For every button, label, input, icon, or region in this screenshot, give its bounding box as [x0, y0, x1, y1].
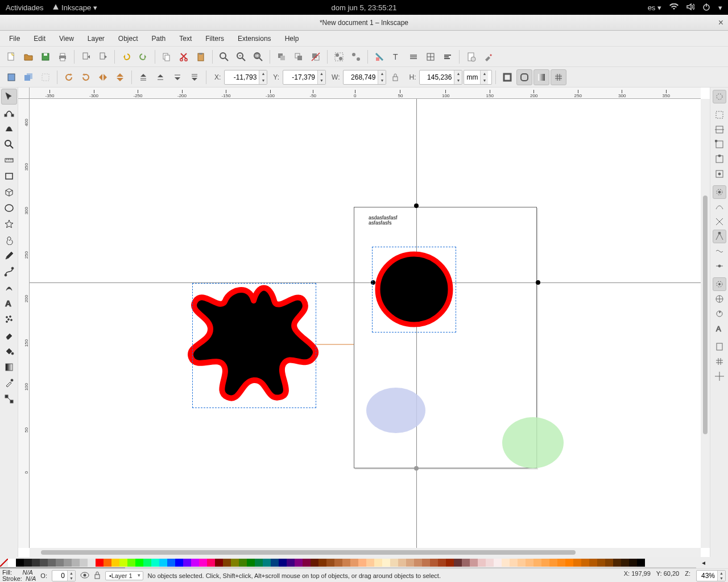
- undo-button[interactable]: [118, 49, 134, 65]
- swatch[interactable]: [183, 559, 191, 567]
- affect-stroke-button[interactable]: [499, 69, 515, 85]
- menu-file[interactable]: File: [3, 32, 26, 45]
- snap-center-button[interactable]: [713, 292, 726, 306]
- color-palette[interactable]: [0, 557, 696, 568]
- tweak-tool[interactable]: [1, 120, 17, 136]
- import-button[interactable]: [78, 49, 94, 65]
- w-input[interactable]: ▲▼: [343, 70, 386, 85]
- swatch[interactable]: [191, 559, 199, 567]
- swatch[interactable]: [414, 559, 422, 567]
- align-dialog-button[interactable]: [423, 49, 439, 65]
- snap-smooth-button[interactable]: [713, 244, 726, 258]
- deselect-button[interactable]: [38, 69, 53, 85]
- swatch[interactable]: [573, 559, 581, 567]
- flip-h-button[interactable]: [95, 69, 111, 85]
- lower-bottom-button[interactable]: [187, 69, 202, 85]
- group-button[interactable]: [331, 49, 347, 65]
- x-input[interactable]: ▲▼: [224, 70, 267, 85]
- swatch[interactable]: [159, 559, 167, 567]
- ruler-horizontal[interactable]: -350-300-250-200-150-100-500501001502002…: [30, 88, 701, 99]
- spray-tool[interactable]: [1, 311, 17, 327]
- swatch[interactable]: [637, 559, 645, 567]
- swatch[interactable]: [334, 559, 342, 567]
- swatch[interactable]: [494, 559, 502, 567]
- copy-button[interactable]: [159, 49, 175, 65]
- swatch[interactable]: [382, 559, 390, 567]
- swatch[interactable]: [303, 559, 311, 567]
- swatch[interactable]: [72, 559, 80, 567]
- lang-indicator[interactable]: es ▾: [648, 3, 661, 12]
- swatch[interactable]: [143, 559, 151, 567]
- swatch[interactable]: [318, 559, 326, 567]
- unlink-clone-button[interactable]: [308, 49, 324, 65]
- swatch[interactable]: [271, 559, 279, 567]
- zoom-selection-button[interactable]: [216, 49, 232, 65]
- menu-extensions[interactable]: Extensions: [232, 32, 277, 45]
- swatch[interactable]: [311, 559, 318, 567]
- swatch[interactable]: [621, 559, 629, 567]
- bezier-tool[interactable]: [1, 264, 17, 280]
- print-button[interactable]: [55, 49, 71, 65]
- save-button[interactable]: [38, 49, 53, 65]
- layer-visible-icon[interactable]: [80, 572, 89, 580]
- swatch[interactable]: [127, 559, 135, 567]
- menu-object[interactable]: Object: [113, 32, 144, 45]
- swatch[interactable]: [151, 559, 159, 567]
- connector-tool[interactable]: [1, 391, 17, 407]
- menu-layer[interactable]: Layer: [82, 32, 110, 45]
- swatch[interactable]: [533, 559, 541, 567]
- menu-help[interactable]: Help: [279, 32, 305, 45]
- dropper-tool[interactable]: [1, 375, 17, 391]
- swatch[interactable]: [48, 559, 56, 567]
- no-color-swatch[interactable]: [0, 559, 8, 567]
- swatch[interactable]: [565, 559, 573, 567]
- snap-others-button[interactable]: [713, 277, 726, 291]
- menu-text[interactable]: Text: [173, 32, 197, 45]
- snap-bbox-center-button[interactable]: [713, 167, 726, 181]
- layers-dialog-button[interactable]: [440, 49, 456, 65]
- affect-gradient-button[interactable]: [533, 69, 549, 85]
- swatch[interactable]: [462, 559, 470, 567]
- export-button[interactable]: [95, 49, 111, 65]
- menu-edit[interactable]: Edit: [28, 32, 51, 45]
- ruler-vertical[interactable]: 450400350300250200150100500: [18, 99, 30, 548]
- swatch[interactable]: [207, 559, 215, 567]
- power-icon[interactable]: [702, 3, 710, 13]
- redo-button[interactable]: [135, 49, 151, 65]
- snap-enable-button[interactable]: [713, 90, 726, 103]
- menu-view[interactable]: View: [53, 32, 80, 45]
- swatch[interactable]: [80, 559, 88, 567]
- snap-bbox-edge-button[interactable]: [713, 123, 726, 136]
- layer-lock-icon[interactable]: [94, 571, 101, 580]
- swatch[interactable]: [56, 559, 64, 567]
- swatch[interactable]: [510, 559, 518, 567]
- volume-icon[interactable]: [686, 3, 694, 13]
- text-dialog-button[interactable]: T: [388, 49, 404, 65]
- canvas[interactable]: asdasfasfasfasfasfasfs: [30, 99, 701, 548]
- swatch[interactable]: [470, 559, 478, 567]
- lock-aspect-button[interactable]: [387, 69, 403, 85]
- swatch[interactable]: [518, 559, 526, 567]
- swatch[interactable]: [406, 559, 414, 567]
- swatch[interactable]: [605, 559, 613, 567]
- swatch[interactable]: [239, 559, 247, 567]
- scrollbar-horizontal[interactable]: [30, 548, 701, 557]
- swatch[interactable]: [526, 559, 533, 567]
- raise-button[interactable]: [152, 69, 168, 85]
- rectangle-tool[interactable]: [1, 168, 17, 184]
- cut-button[interactable]: [176, 49, 192, 65]
- clone-button[interactable]: [291, 49, 307, 65]
- ruler-corner[interactable]: [18, 88, 30, 99]
- zoom-drawing-button[interactable]: [233, 49, 249, 65]
- swatch[interactable]: [629, 559, 637, 567]
- star-tool[interactable]: [1, 216, 17, 232]
- swatch[interactable]: [40, 559, 48, 567]
- wifi-icon[interactable]: [669, 3, 679, 12]
- calligraphy-tool[interactable]: [1, 280, 17, 296]
- swatch[interactable]: [541, 559, 549, 567]
- swatch[interactable]: [223, 559, 231, 567]
- ellipse-tool[interactable]: [1, 200, 17, 216]
- swatch[interactable]: [438, 559, 446, 567]
- swatch[interactable]: [215, 559, 223, 567]
- swatch[interactable]: [597, 559, 605, 567]
